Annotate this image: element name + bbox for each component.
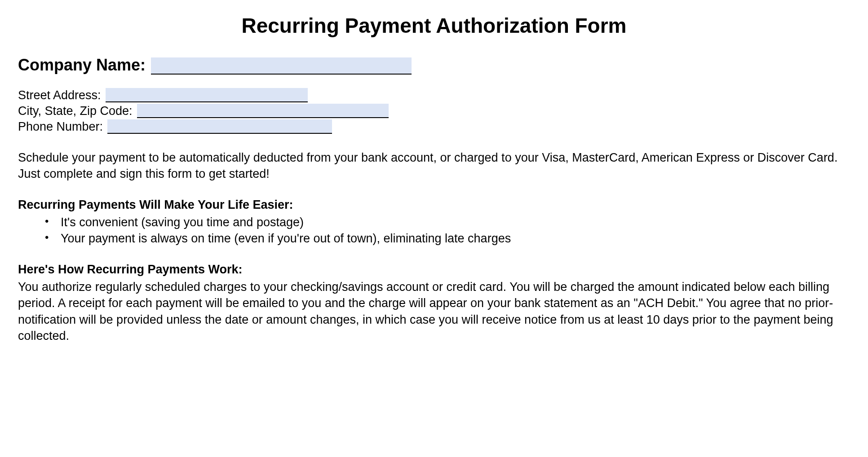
city-state-zip-input[interactable] [137, 104, 389, 118]
city-state-zip-label: City, State, Zip Code: [18, 104, 133, 118]
street-address-label: Street Address: [18, 88, 101, 102]
street-address-row: Street Address: [18, 88, 850, 102]
company-name-label: Company Name: [18, 56, 146, 75]
how-it-works-body: You authorize regularly scheduled charge… [18, 279, 850, 344]
address-block: Street Address: City, State, Zip Code: P… [18, 88, 850, 134]
street-address-input[interactable] [106, 88, 308, 102]
how-it-works-heading: Here's How Recurring Payments Work: [18, 263, 850, 277]
benefits-heading: Recurring Payments Will Make Your Life E… [18, 198, 850, 212]
how-it-works-section: Here's How Recurring Payments Work: You … [18, 263, 850, 344]
benefits-list: It's convenient (saving you time and pos… [18, 214, 850, 247]
phone-number-input[interactable] [107, 119, 332, 134]
company-name-row: Company Name: [18, 56, 850, 75]
list-item: It's convenient (saving you time and pos… [61, 214, 850, 230]
form-title: Recurring Payment Authorization Form [18, 13, 850, 38]
phone-number-row: Phone Number: [18, 119, 850, 134]
list-item: Your payment is always on time (even if … [61, 230, 850, 246]
company-name-input[interactable] [151, 57, 412, 75]
intro-paragraph: Schedule your payment to be automaticall… [18, 149, 850, 182]
city-state-zip-row: City, State, Zip Code: [18, 104, 850, 118]
benefits-section: Recurring Payments Will Make Your Life E… [18, 198, 850, 247]
phone-number-label: Phone Number: [18, 120, 103, 134]
